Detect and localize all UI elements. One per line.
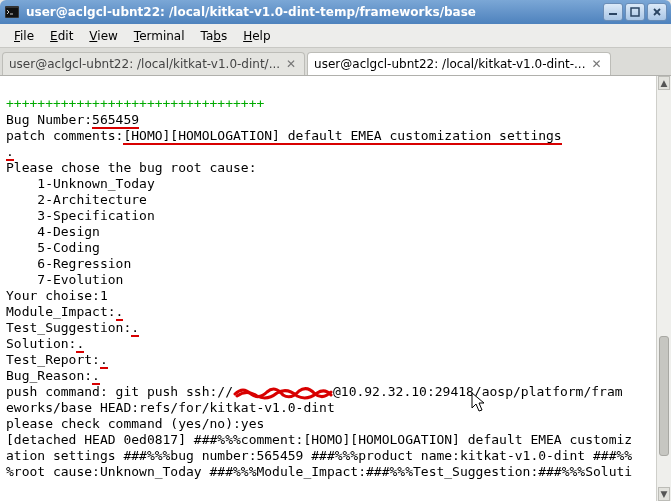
tab-bar: user@aclgcl-ubnt22: /local/kitkat-v1.0-d… — [0, 48, 671, 76]
detached-line-1: [detached HEAD 0ed0817] ###%%%comment:[H… — [6, 432, 632, 447]
dot-value: . — [100, 352, 108, 369]
dot-value: . — [131, 320, 139, 337]
bug-number-label: Bug Number: — [6, 112, 92, 127]
option-6: 6-Regression — [6, 256, 131, 271]
window-title: user@aclgcl-ubnt22: /local/kitkat-v1.0-d… — [26, 5, 603, 19]
option-3: 3-Specification — [6, 208, 155, 223]
mouse-cursor-icon — [455, 376, 471, 398]
redacted-scribble — [233, 386, 333, 398]
close-icon[interactable]: ✕ — [284, 57, 298, 71]
window-maximize-button[interactable] — [625, 3, 645, 21]
patch-comments-label: patch comments: — [6, 128, 123, 143]
terminal-icon — [4, 4, 20, 20]
detached-line-3: %root cause:Unknown_Today ###%%%Module_I… — [6, 464, 632, 479]
terminal-tab-1[interactable]: user@aclgcl-ubnt22: /local/kitkat-v1.0-d… — [2, 52, 305, 75]
separator-line: +++++++++++++++++++++++++++++++++ — [6, 96, 264, 111]
push-cmd-pre: push command: git push ssh:// — [6, 384, 233, 399]
scroll-thumb[interactable] — [659, 336, 669, 456]
scroll-up-button[interactable]: ▲ — [658, 76, 670, 90]
window-close-button[interactable] — [647, 3, 667, 21]
menu-terminal[interactable]: Terminal — [128, 27, 191, 45]
push-line-2: eworks/base HEAD:refs/for/kitkat-v1.0-di… — [6, 400, 335, 415]
dot-value: . — [116, 304, 124, 321]
choice-line: Your choise:1 — [6, 288, 108, 303]
confirm-line: please check command (yes/no):yes — [6, 416, 264, 431]
terminal-output[interactable]: +++++++++++++++++++++++++++++++++ Bug Nu… — [0, 76, 671, 501]
menu-edit[interactable]: Edit — [44, 27, 79, 45]
terminal-tab-2[interactable]: user@aclgcl-ubnt22: /local/kitkat-v1.0-d… — [307, 52, 610, 75]
bug-reason-label: Bug_Reason: — [6, 368, 92, 383]
menu-view[interactable]: View — [83, 27, 123, 45]
tab-label: user@aclgcl-ubnt22: /local/kitkat-v1.0-d… — [314, 57, 585, 71]
patch-comments-value: [HOMO][HOMOLOGATION] default EMEA custom… — [123, 128, 561, 145]
test-report-label: Test_Report: — [6, 352, 100, 367]
menu-tabs[interactable]: Tabs — [195, 27, 234, 45]
solution-label: Solution: — [6, 336, 76, 351]
option-7: 7-Evolution — [6, 272, 123, 287]
root-cause-prompt: Please chose the bug root cause: — [6, 160, 256, 175]
scrollbar-vertical[interactable]: ▲ ▼ — [656, 76, 671, 501]
menubar: File Edit View Terminal Tabs Help — [0, 24, 671, 48]
svg-rect-4 — [631, 8, 639, 16]
menu-file[interactable]: File — [8, 27, 40, 45]
dot-value: . — [6, 144, 14, 161]
option-4: 4-Design — [6, 224, 100, 239]
close-icon[interactable]: ✕ — [590, 57, 604, 71]
test-suggestion-label: Test_Suggestion: — [6, 320, 131, 335]
dot-value: . — [76, 336, 84, 353]
option-2: 2-Architecture — [6, 192, 147, 207]
option-5: 5-Coding — [6, 240, 100, 255]
bug-number-value: 565459 — [92, 112, 139, 129]
window-minimize-button[interactable] — [603, 3, 623, 21]
dot-value: . — [92, 368, 100, 385]
menu-help[interactable]: Help — [237, 27, 276, 45]
scroll-down-button[interactable]: ▼ — [658, 487, 670, 501]
module-impact-label: Module_Impact: — [6, 304, 116, 319]
window-titlebar: user@aclgcl-ubnt22: /local/kitkat-v1.0-d… — [0, 0, 671, 24]
option-1: 1-Unknown_Today — [6, 176, 155, 191]
detached-line-2: ation settings ###%%%bug number:565459 #… — [6, 448, 632, 463]
window-buttons — [603, 3, 667, 21]
tab-label: user@aclgcl-ubnt22: /local/kitkat-v1.0-d… — [9, 57, 280, 71]
